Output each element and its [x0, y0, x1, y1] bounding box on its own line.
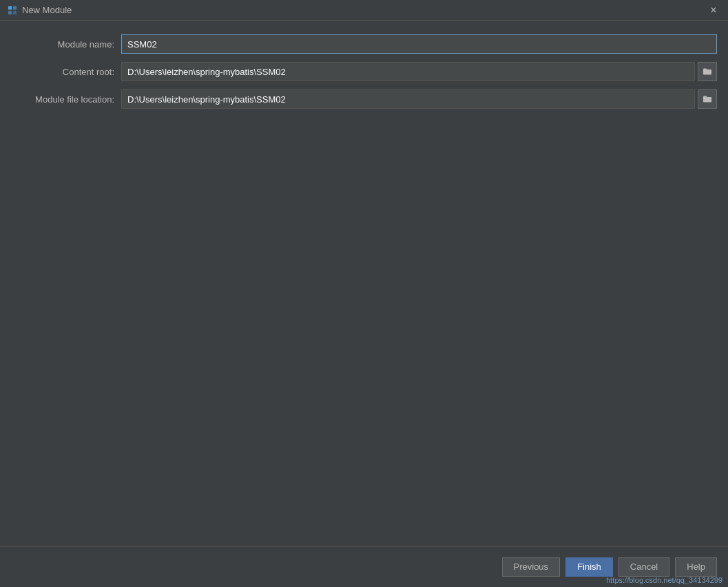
content-root-input-wrapper [121, 62, 717, 81]
title-bar: New Module × [0, 0, 728, 21]
svg-rect-1 [13, 6, 17, 10]
svg-rect-3 [13, 11, 17, 14]
content-root-input[interactable] [121, 62, 695, 81]
module-file-location-folder-button[interactable] [698, 89, 717, 109]
module-file-location-row: Module file location: [11, 89, 717, 109]
new-module-dialog: New Module × Module name: Content root: [0, 0, 728, 587]
svg-rect-2 [8, 11, 12, 14]
module-name-row: Module name: [11, 34, 717, 54]
content-root-label: Content root: [11, 67, 114, 77]
module-name-input[interactable] [121, 34, 717, 54]
module-icon [7, 5, 18, 16]
title-bar-left: New Module [7, 5, 72, 16]
content-root-row: Content root: [11, 62, 717, 81]
module-file-location-input-wrapper [121, 89, 717, 109]
footer: Previous Finish Cancel Help https://blog… [0, 546, 728, 587]
content-area: Module name: Content root: Module file l… [0, 21, 728, 297]
previous-button[interactable]: Previous [502, 557, 561, 577]
content-root-folder-button[interactable] [698, 62, 717, 81]
module-file-location-label: Module file location: [11, 94, 114, 105]
finish-button[interactable]: Finish [565, 557, 613, 577]
module-file-location-input[interactable] [121, 89, 695, 109]
module-name-label: Module name: [11, 39, 114, 50]
module-name-input-wrapper [121, 34, 717, 54]
svg-rect-0 [8, 6, 12, 10]
close-button[interactable]: × [706, 3, 721, 18]
folder-icon-2 [703, 95, 712, 103]
help-button[interactable]: Help [675, 557, 717, 577]
folder-icon [703, 67, 712, 76]
dialog-title: New Module [22, 5, 72, 15]
cancel-button[interactable]: Cancel [618, 557, 669, 577]
main-body [0, 297, 728, 546]
